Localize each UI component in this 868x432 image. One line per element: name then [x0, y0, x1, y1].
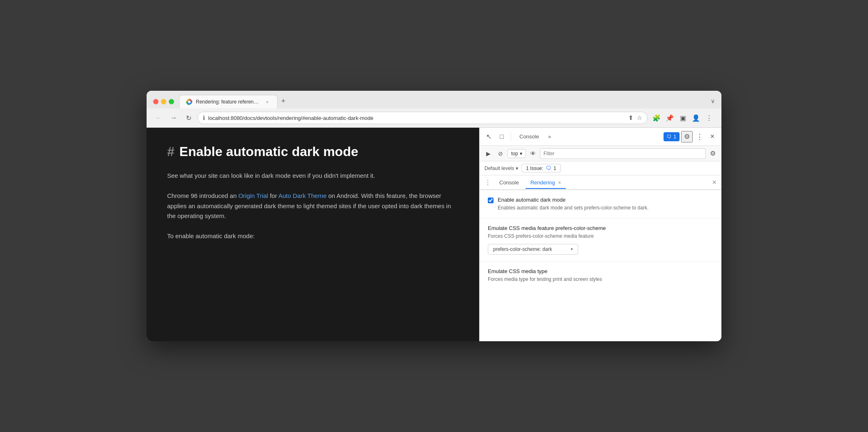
- url-input[interactable]: [208, 115, 625, 121]
- profile-icon[interactable]: 👤: [690, 112, 702, 124]
- devtools-main-toolbar: ↖ □ Console » 🗨 1 ⚙ ⋮ ×: [480, 128, 721, 146]
- paragraph-3: To enable automatic dark mode:: [167, 231, 459, 241]
- split-screen-icon[interactable]: ▣: [677, 112, 689, 124]
- close-traffic-light[interactable]: [153, 99, 158, 104]
- devtools-close-button[interactable]: ×: [707, 131, 718, 142]
- console-settings-icon[interactable]: ⚙: [707, 148, 718, 159]
- issue-count: 1: [553, 165, 556, 171]
- color-scheme-desc: Forces CSS prefers-color-scheme media fe…: [488, 233, 713, 240]
- devtools-settings-button[interactable]: ⚙: [681, 131, 693, 142]
- rendering-item-color-scheme: Emulate CSS media feature prefers-color-…: [480, 218, 721, 262]
- traffic-lights: [153, 99, 174, 108]
- device-toolbar-icon[interactable]: □: [496, 131, 507, 142]
- media-type-desc: Forces media type for testing print and …: [488, 276, 713, 283]
- dark-mode-desc: Enables automatic dark mode and sets pre…: [498, 205, 649, 211]
- para2-prefix: Chrome 96 introduced an: [167, 192, 238, 199]
- rendering-content: Enable automatic dark mode Enables autom…: [480, 190, 721, 341]
- devtools-more-options[interactable]: ⋮: [694, 131, 705, 143]
- dark-mode-checkbox-row: Enable automatic dark mode Enables autom…: [488, 197, 713, 211]
- dark-mode-title: Enable automatic dark mode: [498, 197, 649, 203]
- back-button[interactable]: ←: [153, 112, 165, 124]
- default-levels-arrow: ▾: [516, 165, 518, 171]
- tab-close-button[interactable]: ×: [264, 99, 271, 105]
- refresh-button[interactable]: ↻: [183, 112, 194, 124]
- color-scheme-title: Emulate CSS media feature prefers-color-…: [488, 225, 713, 231]
- rendering-item-media-type: Emulate CSS media type Forces media type…: [480, 262, 721, 290]
- extensions-icon[interactable]: 🧩: [651, 112, 662, 124]
- share-icon[interactable]: ⬆: [628, 114, 634, 122]
- active-tab[interactable]: Rendering: feature reference - ×: [179, 95, 278, 108]
- console-sub-tab[interactable]: Console: [494, 177, 524, 189]
- origin-trial-link[interactable]: Origin Trial: [238, 192, 268, 199]
- svg-point-1: [188, 101, 191, 103]
- devtools-panel: ↖ □ Console » 🗨 1 ⚙ ⋮ × ▶ ⊘ top: [479, 128, 721, 341]
- color-scheme-dropdown-arrow: ▾: [571, 247, 573, 251]
- dark-mode-checkbox[interactable]: [488, 198, 494, 203]
- dark-mode-text: Enable automatic dark mode Enables autom…: [498, 197, 649, 211]
- issue-badge[interactable]: 1 Issue: 🗨 1: [521, 164, 561, 172]
- info-icon: ℹ: [203, 115, 205, 121]
- paragraph-1: See what your site can look like in dark…: [167, 171, 459, 181]
- address-bar[interactable]: ℹ ⬆ ☆: [197, 112, 648, 124]
- element-picker-icon[interactable]: ↖: [483, 131, 494, 142]
- ban-icon[interactable]: ⊘: [495, 148, 506, 159]
- minimize-traffic-light[interactable]: [161, 99, 166, 104]
- sub-tabs-close-button[interactable]: ×: [712, 178, 716, 187]
- forward-button[interactable]: →: [168, 112, 179, 124]
- color-scheme-dropdown-value: prefers-color-scheme: dark: [493, 246, 552, 252]
- new-tab-button[interactable]: +: [278, 95, 289, 107]
- sub-tab-dots[interactable]: ⋮: [485, 179, 491, 186]
- profile-extension-icon[interactable]: 📌: [664, 112, 675, 124]
- issue-label: 1 Issue:: [526, 165, 543, 171]
- devtools-sub-tabs: ⋮ Console Rendering × ×: [480, 175, 721, 190]
- auto-dark-theme-link[interactable]: Auto Dark Theme: [278, 192, 326, 199]
- more-tabs-button[interactable]: »: [546, 132, 553, 141]
- title-bar: Rendering: feature reference - × + ∨: [147, 91, 721, 108]
- rendering-tab-close[interactable]: ×: [558, 180, 561, 186]
- play-icon[interactable]: ▶: [483, 148, 494, 159]
- notification-badge[interactable]: 🗨 1: [664, 132, 680, 141]
- heading-hash: #: [167, 144, 175, 159]
- paragraph-2: Chrome 96 introduced an Origin Trial for…: [167, 191, 459, 221]
- tab-favicon: [186, 99, 193, 105]
- eye-icon[interactable]: 👁: [528, 148, 538, 159]
- toolbar-separator-1: [511, 133, 511, 141]
- toolbar-actions: 🧩 📌 ▣ 👤 ⋮: [651, 112, 715, 124]
- context-dropdown-label: top: [511, 151, 518, 156]
- rendering-item-dark-mode: Enable automatic dark mode Enables autom…: [480, 190, 721, 218]
- rendering-tab-label: Rendering: [530, 179, 555, 186]
- console-secondary-toolbar: ▶ ⊘ top ▾ 👁 ⚙: [480, 146, 721, 161]
- context-dropdown-arrow: ▾: [520, 151, 522, 156]
- rendering-sub-tab[interactable]: Rendering ×: [526, 177, 566, 189]
- issue-badge-icon: 🗨: [546, 165, 551, 171]
- color-scheme-dropdown[interactable]: prefers-color-scheme: dark ▾: [488, 244, 578, 255]
- para2-mid: for: [270, 192, 278, 199]
- tab-title: Rendering: feature reference -: [196, 99, 261, 105]
- address-actions: ⬆ ☆: [628, 114, 642, 122]
- more-options-icon[interactable]: ⋮: [703, 112, 715, 124]
- context-dropdown[interactable]: top ▾: [507, 149, 526, 158]
- media-type-title: Emulate CSS media type: [488, 268, 713, 274]
- filter-input[interactable]: [540, 148, 706, 159]
- maximize-traffic-light[interactable]: [169, 99, 174, 104]
- page-content: # Enable automatic dark mode See what yo…: [147, 128, 479, 341]
- console-tab-button[interactable]: Console: [514, 131, 544, 142]
- heading-text: Enable automatic dark mode: [179, 144, 358, 159]
- issues-bar: Default levels ▾ 1 Issue: 🗨 1: [480, 161, 721, 175]
- default-levels-label: Default levels: [485, 165, 514, 171]
- bookmark-icon[interactable]: ☆: [637, 114, 642, 122]
- page-heading: # Enable automatic dark mode: [167, 144, 459, 159]
- notification-icon: 🗨: [667, 134, 672, 140]
- navigation-toolbar: ← → ↻ ℹ ⬆ ☆ 🧩 📌 ▣ 👤 ⋮: [147, 108, 721, 128]
- content-area: # Enable automatic dark mode See what yo…: [147, 128, 721, 341]
- window-collapse-button[interactable]: ∨: [711, 98, 715, 108]
- notification-count: 1: [673, 134, 676, 140]
- default-levels-dropdown[interactable]: Default levels ▾: [485, 165, 518, 171]
- tab-bar: Rendering: feature reference - × +: [179, 95, 707, 108]
- browser-window: Rendering: feature reference - × + ∨ ← →…: [147, 91, 721, 341]
